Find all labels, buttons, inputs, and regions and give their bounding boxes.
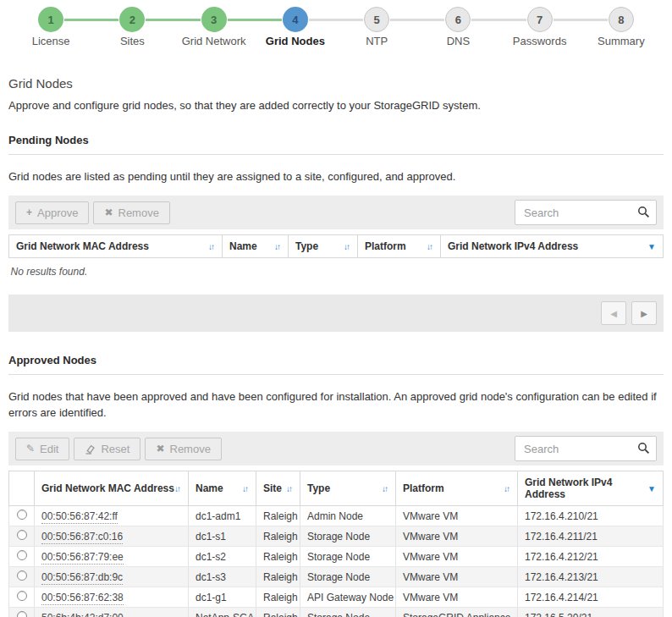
approved-col-type[interactable]: Type ↓↑ [300,471,396,506]
remove-button[interactable]: ✖ Remove [145,438,221,460]
step-number: 7 [527,7,553,32]
pending-button-group: + Approve ✖ Remove [15,201,170,224]
step-label: Grid Network [174,35,255,47]
row-select-radio[interactable] [17,510,27,520]
approve-button[interactable]: + Approve [15,201,89,224]
step-connector [309,19,363,21]
mac-cell: 00:50:56:87:42:ff [35,506,189,526]
table-row[interactable]: 00:50:56:87:db:9cdc1-s3RaleighStorage No… [9,567,664,587]
step-sites[interactable]: 2Sites [91,7,173,47]
sort-icon: ↓↑ [286,484,293,493]
chevron-down-icon: ▼ [647,242,656,251]
no-results-message: No results found. [9,258,664,290]
step-label: Summary [581,35,662,47]
step-summary[interactable]: 8Summary [581,7,662,47]
pending-table-header-row: Grid Network MAC Address ↓↑ Name ↓↑ Type… [9,235,664,258]
step-number: 2 [119,7,145,32]
search-input[interactable] [515,436,657,461]
row-select-radio[interactable] [17,550,27,560]
row-select-radio[interactable] [17,530,27,540]
next-arrow-icon: ▶ [641,309,647,318]
ip-cell: 172.16.4.214/21 [518,587,664,608]
row-select-radio[interactable] [17,570,27,581]
step-ntp[interactable]: 5NTP [336,7,417,47]
step-grid-nodes[interactable]: 4Grid Nodes [255,7,336,47]
approved-table-body: 00:50:56:87:42:ffdc1-adm1RaleighAdmin No… [9,506,664,617]
previous-page-button[interactable]: ◀ [601,301,626,325]
approved-nodes-heading: Approved Nodes [8,354,664,375]
approved-col-site[interactable]: Site ↓↑ [256,471,300,506]
step-label: NTP [336,35,417,47]
install-wizard-page: 1License2Sites3Grid Network4Grid Nodes5N… [0,0,672,617]
approved-col-select [9,471,35,506]
pending-nodes-table: Grid Network MAC Address ↓↑ Name ↓↑ Type… [8,234,664,289]
x-icon: ✖ [104,207,113,218]
platform-cell: VMware VM [396,587,518,608]
pending-col-name[interactable]: Name ↓↑ [223,235,289,258]
remove-button[interactable]: ✖ Remove [93,201,169,224]
approve-button-label: Approve [37,207,78,219]
name-cell: dc1-g1 [189,587,256,608]
approved-col-ipv4[interactable]: Grid Network IPv4 Address ▼ [518,471,664,506]
previous-arrow-icon: ◀ [610,309,617,318]
pending-col-type[interactable]: Type ↓↑ [289,235,358,258]
pending-col-platform[interactable]: Platform ↓↑ [358,235,441,258]
page-title: Grid Nodes [8,76,664,91]
site-cell: Raleigh [256,526,300,547]
search-input[interactable] [515,200,657,225]
reset-button[interactable]: Reset [74,438,140,460]
mac-address-link[interactable]: 00:50:56:87:62:38 [41,592,124,605]
table-row[interactable]: 50:6b:4b:42:d7:00NetApp-SGARaleighStorag… [9,608,664,617]
mac-address-link[interactable]: 00:50:56:87:c0:16 [41,531,123,544]
name-cell: NetApp-SGA [189,608,256,617]
ip-cell: 172.16.5.20/21 [518,608,664,617]
step-label: License [10,35,91,47]
mac-cell: 00:50:56:87:79:ee [35,547,189,567]
approved-nodes-table: Grid Network MAC Address ↓↑ Name ↓↑ Site… [8,471,664,617]
mac-address-link[interactable]: 00:50:56:87:42:ff [41,510,118,524]
step-license[interactable]: 1License [10,7,91,47]
search-icon [637,206,650,218]
platform-cell: VMware VM [396,547,518,567]
pencil-icon: ✎ [26,443,35,454]
approved-col-mac[interactable]: Grid Network MAC Address ↓↑ [35,471,189,506]
step-grid-network[interactable]: 3Grid Network [174,7,255,47]
step-dns[interactable]: 6DNS [417,7,498,47]
approved-col-name[interactable]: Name ↓↑ [189,471,256,506]
approved-col-platform[interactable]: Platform ↓↑ [396,471,518,506]
stepper: 1License2Sites3Grid Network4Grid Nodes5N… [8,0,664,47]
next-page-button[interactable]: ▶ [631,301,657,325]
type-cell: Storage Node [300,526,396,547]
table-row[interactable]: 00:50:56:87:c0:16dc1-s1RaleighStorage No… [9,526,664,547]
pending-col-ipv4[interactable]: Grid Network IPv4 Address ▼ [441,235,664,258]
table-row[interactable]: 00:50:56:87:42:ffdc1-adm1RaleighAdmin No… [9,506,664,526]
edit-button[interactable]: ✎ Edit [15,438,69,460]
step-connector [554,19,608,21]
mac-address-link[interactable]: 50:6b:4b:42:d7:00 [41,612,124,617]
step-number: 3 [201,7,227,32]
pending-table-footer: ◀ ▶ [8,295,664,332]
platform-cell: VMware VM [396,526,518,547]
chevron-down-icon: ▼ [647,484,656,493]
table-row[interactable]: 00:50:56:87:79:eedc1-s2RaleighStorage No… [9,547,664,567]
step-passwords[interactable]: 7Passwords [499,7,581,47]
plus-icon: + [26,207,32,218]
platform-cell: VMware VM [396,567,518,587]
step-label: Grid Nodes [255,35,336,47]
ip-cell: 172.16.4.212/21 [518,547,664,567]
ip-cell: 172.16.4.210/21 [518,506,664,526]
row-select-radio[interactable] [17,611,27,617]
table-row[interactable]: 00:50:56:87:62:38dc1-g1RaleighAPI Gatewa… [9,587,664,608]
pending-col-mac[interactable]: Grid Network MAC Address ↓↑ [9,235,223,258]
mac-cell: 00:50:56:87:db:9c [35,567,189,587]
search-icon [637,442,650,454]
mac-address-link[interactable]: 00:50:56:87:db:9c [41,571,123,585]
name-cell: dc1-s2 [189,547,256,567]
reset-button-label: Reset [101,443,129,455]
mac-address-link[interactable]: 00:50:56:87:79:ee [41,551,124,565]
step-connector [471,19,526,21]
row-select-radio[interactable] [17,591,27,601]
step-label: Sites [91,35,173,47]
name-cell: dc1-s3 [189,567,256,587]
sort-icon: ↓↑ [174,484,181,493]
